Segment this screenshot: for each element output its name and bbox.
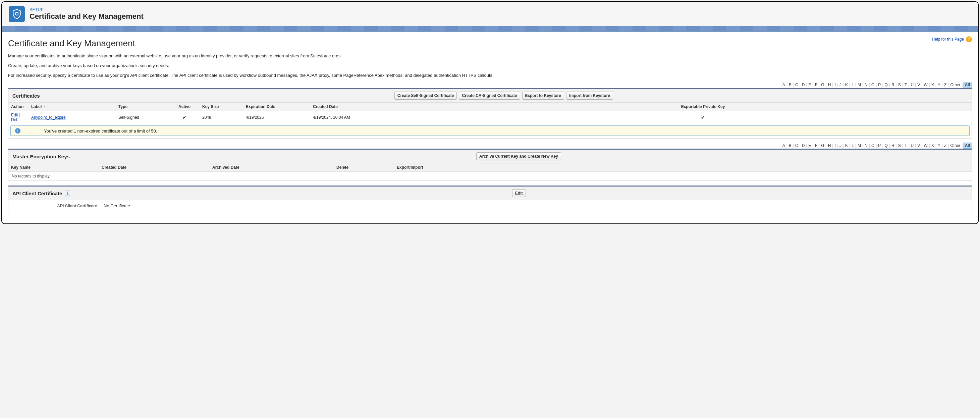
alpha-letter[interactable]: Y [936, 143, 942, 148]
decorative-strip [2, 26, 978, 31]
svg-point-0 [16, 13, 18, 16]
help-for-page-link[interactable]: Help for this Page ? [932, 36, 972, 42]
api-client-field-value: No Certificate [103, 203, 130, 208]
alpha-letter[interactable]: L [850, 143, 855, 148]
alpha-letter[interactable]: N [863, 83, 869, 87]
alpha-letter[interactable]: C [794, 143, 800, 148]
alpha-letter[interactable]: H [827, 143, 832, 148]
api-client-block: API Client Certificate i Edit API Client… [8, 185, 972, 212]
col-exportable[interactable]: Exportable Private Key [434, 103, 972, 111]
create-self-signed-button[interactable]: Create Self-Signed Certificate [395, 92, 457, 100]
alpha-letter[interactable]: X [930, 83, 935, 87]
alpha-letter[interactable]: M [856, 83, 862, 87]
alpha-other[interactable]: Other [949, 143, 962, 148]
col-created[interactable]: Created Date [310, 103, 434, 111]
alpha-letter[interactable]: O [870, 83, 876, 87]
info-badge-icon[interactable]: i [65, 191, 70, 196]
alpha-filter-top: A|B|C|D|E|F|G|H|I|J|K|L|M|N|O|P|Q|R|S|T|… [8, 83, 972, 87]
archive-create-key-button[interactable]: Archive Current Key and Create New Key [476, 152, 561, 160]
alpha-letter[interactable]: P [877, 83, 882, 87]
table-row: Edit | Del Anypoint_to_expire Self-Signe… [8, 111, 972, 124]
alpha-letter[interactable]: V [916, 143, 921, 148]
col-type[interactable]: Type [116, 103, 169, 111]
alpha-letter[interactable]: Z [943, 143, 948, 148]
alpha-letter[interactable]: B [788, 83, 793, 87]
no-records-text: No records to display. [8, 172, 972, 180]
action-separator: | [19, 113, 20, 117]
alpha-letter[interactable]: A [781, 143, 786, 148]
alpha-letter[interactable]: J [838, 143, 843, 148]
alpha-letter[interactable]: W [922, 143, 929, 148]
col-key-size[interactable]: Key Size [200, 103, 243, 111]
export-keystore-button[interactable]: Export to Keystore [522, 92, 564, 100]
alpha-letter[interactable]: C [794, 83, 800, 87]
alpha-letter[interactable]: O [870, 143, 876, 148]
alpha-letter[interactable]: J [838, 83, 843, 87]
cell-key-size: 2048 [200, 111, 243, 124]
delete-link[interactable]: Del [11, 117, 17, 122]
alpha-letter[interactable]: T [903, 143, 908, 148]
desc-p2: Create, update, and archive your keys ba… [8, 63, 972, 68]
alpha-letter[interactable]: M [856, 143, 862, 148]
sort-asc-icon: ↑ [44, 105, 46, 109]
col-key-name[interactable]: Key Name [8, 163, 99, 172]
col-archived-date[interactable]: Archived Date [210, 163, 334, 172]
alpha-letter[interactable]: P [877, 143, 882, 148]
alpha-letter[interactable]: U [909, 143, 915, 148]
alpha-letter[interactable]: D [800, 143, 806, 148]
alpha-letter[interactable]: X [930, 143, 935, 148]
page-heading: Certificate and Key Management [8, 38, 135, 49]
alpha-letter[interactable]: Q [883, 143, 889, 148]
desc-p3: For increased security, specify a certif… [8, 73, 972, 78]
edit-link[interactable]: Edit [11, 113, 18, 117]
help-link-text: Help for this Page [932, 37, 964, 41]
certificates-block: Certificates Create Self-Signed Certific… [8, 88, 972, 139]
alpha-letter[interactable]: G [820, 83, 826, 87]
certificate-label-link[interactable]: Anypoint_to_expire [31, 115, 66, 120]
col-export-import[interactable]: Export/Import [394, 163, 972, 172]
alpha-letter[interactable]: K [844, 143, 849, 148]
col-label[interactable]: Label ↑ [29, 103, 116, 111]
alpha-letter[interactable]: F [814, 83, 819, 87]
alpha-letter[interactable]: W [922, 83, 929, 87]
alpha-letter[interactable]: Q [883, 83, 889, 87]
col-created-date[interactable]: Created Date [99, 163, 210, 172]
alpha-letter[interactable]: H [827, 83, 832, 87]
alpha-letter[interactable]: E [807, 83, 813, 87]
active-check-icon: ✔ [183, 115, 186, 120]
alpha-letter[interactable]: T [903, 83, 908, 87]
alpha-letter[interactable]: N [863, 143, 869, 148]
alpha-letter[interactable]: B [788, 143, 793, 148]
alpha-letter[interactable]: D [800, 83, 806, 87]
alpha-letter[interactable]: I [833, 143, 837, 148]
alpha-letter[interactable]: K [844, 83, 849, 87]
alpha-all-selected[interactable]: All [963, 143, 972, 148]
alpha-letter[interactable]: S [897, 143, 902, 148]
cell-expiration: 4/19/2025 [243, 111, 310, 124]
alpha-letter[interactable]: G [820, 143, 826, 148]
import-keystore-button[interactable]: Import from Keystore [566, 92, 613, 100]
alpha-letter[interactable]: L [850, 83, 855, 87]
create-ca-signed-button[interactable]: Create CA-Signed Certificate [459, 92, 520, 100]
alpha-all-selected[interactable]: All [963, 82, 972, 88]
alpha-letter[interactable]: F [814, 143, 819, 148]
edit-api-client-button[interactable]: Edit [512, 189, 526, 197]
alpha-letter[interactable]: S [897, 83, 902, 87]
alpha-letter[interactable]: Y [936, 83, 942, 87]
api-client-title: API Client Certificate [13, 191, 62, 196]
col-active[interactable]: Active [169, 103, 200, 111]
alpha-letter[interactable]: Z [943, 83, 948, 87]
alpha-letter[interactable]: A [781, 83, 786, 87]
alpha-letter[interactable]: V [916, 83, 921, 87]
setup-label: SETUP [30, 7, 143, 12]
alpha-filter-bottom: A|B|C|D|E|F|G|H|I|J|K|L|M|N|O|P|Q|R|S|T|… [8, 143, 972, 148]
alpha-letter[interactable]: I [833, 83, 837, 87]
col-expiration[interactable]: Expiration Date [243, 103, 310, 111]
alpha-letter[interactable]: E [807, 143, 813, 148]
col-delete[interactable]: Delete [334, 163, 394, 172]
alpha-other[interactable]: Other [949, 83, 962, 87]
alpha-letter[interactable]: U [909, 83, 915, 87]
desc-p1: Manage your certificates to authenticate… [8, 53, 972, 58]
alpha-letter[interactable]: R [890, 83, 896, 87]
alpha-letter[interactable]: R [890, 143, 896, 148]
